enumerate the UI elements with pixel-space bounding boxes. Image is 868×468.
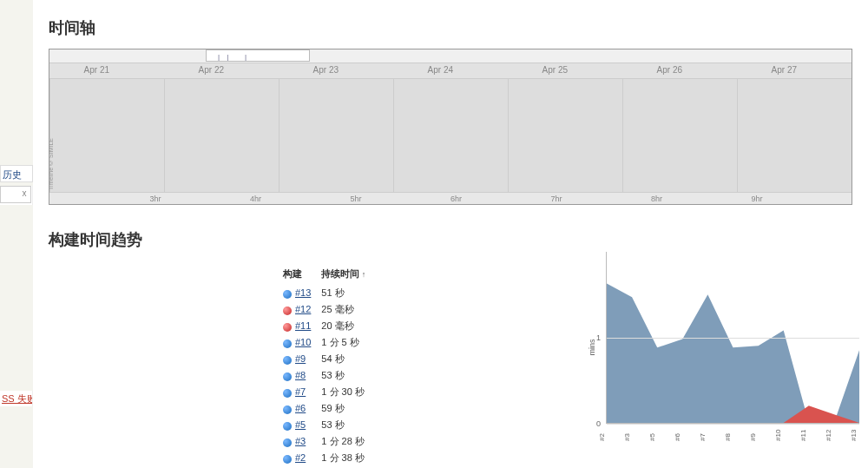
timeline-body[interactable] <box>49 79 852 192</box>
build-link[interactable]: #13 <box>295 287 311 298</box>
timeline-grid-line <box>508 79 509 192</box>
rss-failures-label: SS 失败 <box>2 393 33 404</box>
build-duration-cell: 53 秒 <box>321 418 374 432</box>
table-row: #553 秒 <box>283 418 374 432</box>
table-row: #1351 秒 <box>283 286 374 300</box>
timeline-hour-label: 5hr <box>351 194 362 203</box>
timeline-grid-line <box>737 79 738 192</box>
timeline-hour-label: 6hr <box>450 194 462 203</box>
build-duration-cell: 1 分 28 秒 <box>321 434 374 449</box>
status-ball-blue-icon <box>283 372 292 381</box>
build-history-search-wrap: x <box>0 186 33 205</box>
build-duration-cell: 20 毫秒 <box>321 319 374 333</box>
build-duration-cell: 51 秒 <box>321 286 374 300</box>
table-row: #853 秒 <box>283 368 374 383</box>
build-link[interactable]: #2 <box>295 452 306 463</box>
chart-x-tick-label: #12 <box>825 430 832 441</box>
chart-x-tick-label: #8 <box>724 433 732 441</box>
build-link[interactable]: #8 <box>295 370 306 380</box>
table-row: #1225 毫秒 <box>283 302 374 317</box>
chart-x-axis: #2#3#5#6#7#8#9#10#11#12#13 <box>606 424 859 443</box>
chart-plot-area: 01 <box>606 252 859 424</box>
build-link[interactable]: #10 <box>295 337 311 347</box>
timeline-hour-row: 3hr4hr5hr6hr7hr8hr9hr <box>49 192 852 204</box>
timeline-hour-label: 3hr <box>150 194 161 203</box>
rss-failures-link[interactable]: SS 失败 <box>0 391 33 406</box>
chart-x-tick-label: #9 <box>749 433 757 441</box>
col-duration-header[interactable]: 持续时间 <box>321 266 374 284</box>
timeline-hour-label: 4hr <box>250 194 261 203</box>
chart-x-tick-label: #5 <box>648 433 656 441</box>
build-duration-table: 构建 持续时间 #1351 秒#1225 毫秒#1120 毫秒#101 分 5 … <box>281 264 376 467</box>
table-row: #31 分 28 秒 <box>283 434 374 449</box>
build-duration-cell: 1 分 5 秒 <box>321 335 374 350</box>
table-row: #71 分 30 秒 <box>283 385 374 399</box>
timeline-date-label: Apr 23 <box>313 65 339 75</box>
build-duration-cell: 59 秒 <box>321 401 374 416</box>
timeline-hour-label: 9hr <box>752 194 763 203</box>
status-ball-blue-icon <box>283 339 292 348</box>
timeline-grid-line <box>164 79 165 192</box>
chart-x-tick-label: #2 <box>598 433 606 441</box>
chart-x-tick-label: #10 <box>774 430 782 441</box>
build-link[interactable]: #11 <box>295 320 311 331</box>
timeline-grid-line <box>279 79 279 192</box>
timeline-hour-label: 8hr <box>651 194 662 203</box>
table-row: #1120 毫秒 <box>283 319 374 333</box>
timeline-grid-line <box>622 79 623 192</box>
status-ball-red-icon <box>283 323 292 332</box>
build-time-chart: mins 01 #2#3#5#6#7#8#9#10#11#12#13 <box>590 252 859 443</box>
chart-x-tick-label: #3 <box>623 433 631 441</box>
table-row: #659 秒 <box>283 401 374 416</box>
chart-x-tick-label: #6 <box>674 433 681 441</box>
chart-y-axis-label: mins <box>588 339 596 355</box>
chart-x-tick-label: #11 <box>799 430 807 441</box>
build-history-header: 历史 <box>0 165 33 182</box>
build-link[interactable]: #3 <box>295 436 306 446</box>
status-ball-blue-icon <box>283 405 292 414</box>
timeline-date-label: Apr 24 <box>428 65 453 75</box>
status-ball-blue-icon <box>283 356 292 365</box>
timeline-credit: Timeline © SIMILE <box>48 138 54 190</box>
timeline-date-label: Apr 25 <box>542 65 568 75</box>
timeline-date-label: Apr 26 <box>657 65 682 75</box>
timeline-mini-ticks: | | | <box>218 53 249 61</box>
timeline-overview-band[interactable]: | | | <box>49 49 852 63</box>
timeline-date-row: Apr 21Apr 22Apr 23Apr 24Apr 25Apr 26Apr … <box>49 63 852 79</box>
table-row: #101 分 5 秒 <box>283 335 374 350</box>
chart-y-tick-label: 0 <box>596 419 601 428</box>
chart-y-tick-label: 1 <box>596 333 601 342</box>
table-row: #21 分 38 秒 <box>283 451 374 465</box>
timeline-date-label: Apr 27 <box>772 65 797 75</box>
timeline-widget[interactable]: | | | Apr 21Apr 22Apr 23Apr 24Apr 25Apr … <box>49 49 852 205</box>
table-row: #954 秒 <box>283 352 374 366</box>
build-link[interactable]: #7 <box>295 386 306 397</box>
chart-x-tick-label: #7 <box>699 433 707 441</box>
status-ball-blue-icon <box>283 455 292 464</box>
history-label: 历史 <box>3 169 22 180</box>
build-duration-cell: 25 毫秒 <box>321 302 374 317</box>
build-duration-cell: 54 秒 <box>321 352 374 366</box>
chart-x-tick-label: #13 <box>850 430 858 441</box>
timeline-section-title: 时间轴 <box>49 17 852 38</box>
status-ball-blue-icon <box>283 438 292 447</box>
status-ball-red-icon <box>283 307 292 315</box>
timeline-date-label: Apr 22 <box>199 65 224 75</box>
build-duration-cell: 1 分 30 秒 <box>321 385 374 399</box>
timeline-grid-line <box>393 79 394 192</box>
main-panel: 时间轴 | | | Apr 21Apr 22Apr 23Apr 24Apr 25… <box>33 0 868 468</box>
clear-search-icon[interactable]: x <box>18 188 30 200</box>
build-link[interactable]: #9 <box>295 353 306 364</box>
status-ball-blue-icon <box>283 422 292 431</box>
timeline-date-label: Apr 21 <box>84 65 109 75</box>
build-duration-cell: 53 秒 <box>321 368 374 383</box>
timeline-hour-label: 7hr <box>551 194 562 203</box>
trend-section-title: 构建时间趋势 <box>49 229 852 250</box>
build-link[interactable]: #12 <box>295 304 311 314</box>
col-build-header[interactable]: 构建 <box>283 266 319 284</box>
status-ball-blue-icon <box>283 389 292 398</box>
build-duration-cell: 1 分 38 秒 <box>321 451 374 465</box>
status-ball-blue-icon <box>283 290 292 299</box>
build-link[interactable]: #6 <box>295 403 306 413</box>
build-link[interactable]: #5 <box>295 419 306 430</box>
